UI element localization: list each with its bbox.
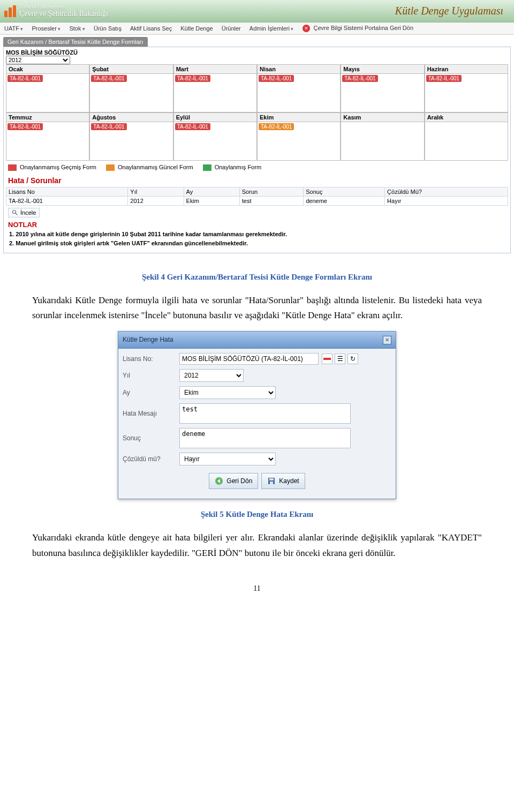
kaydet-button[interactable]: Kaydet — [261, 473, 305, 489]
cell: Hayır — [385, 197, 508, 206]
company-name: MOS BİLİŞİM SÖĞÜTÖZÜ — [6, 49, 508, 56]
license-badge[interactable]: TA-82-İL-001 — [342, 75, 377, 82]
menu-aktif-lisans[interactable]: Aktif Lisans Seç — [130, 25, 172, 32]
year-select[interactable]: 2012 — [6, 56, 70, 64]
license-badge[interactable]: TA-82-İL-001 — [175, 75, 210, 82]
lisans-field[interactable] — [179, 353, 319, 365]
svg-line-1 — [16, 213, 18, 215]
logo-icon — [4, 5, 16, 17]
note-1: 1. 2010 yılına ait kütle denge girişleri… — [9, 230, 505, 239]
menu-kutle-denge[interactable]: Kütle Denge — [180, 25, 213, 32]
ay-select[interactable]: Ekim — [179, 386, 276, 399]
month-cell[interactable]: EkimTA-82-İL-001 — [257, 112, 341, 161]
cozuldu-select[interactable]: Hayır — [179, 453, 276, 465]
cell: deneme — [304, 197, 385, 206]
note-2: 2. Manuel girilmiş stok girişleri artık … — [9, 239, 505, 248]
dialog-close-button[interactable]: ✕ — [383, 336, 391, 344]
month-cell[interactable]: HaziranTA-82-İL-001 — [425, 64, 508, 112]
yil-select[interactable]: 2012 — [179, 369, 244, 382]
cell: 2012 — [128, 197, 184, 206]
month-header: Ağustos — [90, 113, 172, 122]
legend-red: Onaylanmamış Geçmiş Form — [8, 164, 96, 171]
month-header: Mart — [174, 65, 256, 74]
kutle-denge-hata-dialog: Kütle Denge Hata ✕ Lisans No: ☰ ↻ — [118, 331, 396, 499]
month-header: Şubat — [90, 65, 172, 74]
month-cell[interactable]: AğustosTA-82-İL-001 — [89, 112, 173, 161]
month-cell[interactable]: Kasım — [341, 112, 424, 161]
menu-prosesler[interactable]: Prosesler — [32, 25, 61, 32]
header-title-text: Çevre ve Şehircilik Bakanlığı — [19, 10, 108, 18]
month-cell[interactable]: ŞubatTA-82-İL-001 — [89, 64, 173, 112]
col-header: Çözüldü Mü? — [385, 187, 508, 197]
license-badge[interactable]: TA-82-İL-001 — [7, 123, 43, 130]
menu-uatf[interactable]: UATF — [4, 25, 23, 32]
license-badge[interactable]: TA-82-İL-001 — [175, 123, 210, 130]
license-badge[interactable]: TA-82-İL-001 — [91, 75, 126, 82]
label-cozuldu: Çözüldü mü? — [123, 454, 176, 464]
label-hata: Hata Mesajı — [123, 408, 176, 419]
hata-sorunlar-title: Hata / Sorunlar — [6, 174, 508, 187]
hata-mesaji-field[interactable]: test — [179, 403, 351, 424]
save-icon — [267, 477, 276, 485]
license-badge[interactable]: TA-82-İL-001 — [259, 75, 294, 82]
app-header: Türkiye Cumhuriyeti Çevre ve Şehircilik … — [0, 0, 514, 22]
month-grid: OcakTA-82-İL-001ŞubatTA-82-İL-001MartTA-… — [6, 64, 508, 161]
month-header: Aralık — [425, 113, 508, 122]
menu-stok[interactable]: Stok — [69, 25, 85, 32]
geri-don-button[interactable]: Geri Dön — [209, 473, 258, 489]
license-badge[interactable]: TA-82-İL-001 — [91, 123, 126, 130]
paragraph-2: Yukarıdaki ekranda kütle dengeye ait hat… — [32, 530, 482, 561]
menu-urun-satis[interactable]: Ürün Satış — [94, 25, 122, 32]
month-header: Mayıs — [341, 65, 424, 74]
dialog-titlebar: Kütle Denge Hata ✕ — [118, 332, 396, 348]
label-yil: Yıl — [123, 370, 176, 381]
month-header: Ocak — [6, 65, 89, 74]
search-icon — [12, 209, 18, 216]
license-badge[interactable]: TA-82-İL-001 — [7, 75, 43, 82]
svg-rect-4 — [269, 478, 274, 480]
dialog-title-text: Kütle Denge Hata — [123, 334, 173, 345]
legend-orange: Onaylanmamış Güncel Form — [106, 164, 193, 171]
menu-urunler[interactable]: Ürünler — [222, 25, 241, 32]
main-panel: MOS BİLİŞİM SÖĞÜTÖZÜ 2012 OcakTA-82-İL-0… — [3, 47, 511, 253]
paragraph-1: Yukarıdaki Kütle Denge formuyla ilgili h… — [32, 293, 482, 324]
menu-admin[interactable]: Admin İşlemleri — [250, 25, 294, 32]
month-cell[interactable]: NisanTA-82-İL-001 — [257, 64, 341, 112]
breadcrumb: Geri Kazanım / Bertaraf Tesisi Kütle Den… — [3, 37, 148, 47]
table-row[interactable]: TA-82-İL-0012012EkimtestdenemeHayır — [6, 197, 508, 206]
month-header: Kasım — [341, 113, 424, 122]
label-lisans: Lisans No: — [123, 354, 176, 364]
col-header: Sonuç — [304, 187, 385, 197]
remove-icon[interactable] — [322, 354, 332, 364]
sonuc-field[interactable]: deneme — [179, 428, 351, 448]
caption-fig4: Şekil 4 Geri Kazanım/Bertaraf Tesisi Küt… — [32, 270, 482, 284]
month-cell[interactable]: EylülTA-82-İL-001 — [173, 112, 257, 161]
legend-green: Onaylanmış Form — [203, 164, 261, 171]
col-header: Ay — [184, 187, 239, 197]
col-header: Yıl — [128, 187, 184, 197]
menu-bar: UATF Prosesler Stok Ürün Satış Aktif Lis… — [0, 22, 514, 35]
hata-table: Lisans NoYılAySorunSonuçÇözüldü Mü? TA-8… — [6, 187, 508, 206]
incele-button[interactable]: İncele — [8, 208, 40, 217]
refresh-icon[interactable]: ↻ — [347, 354, 358, 364]
month-header: Ekim — [258, 113, 340, 122]
menu-portal-back[interactable]: ✕ Çevre Bilgi Sistemi Portalına Geri Dön — [303, 25, 414, 32]
license-badge[interactable]: TA-82-İL-001 — [426, 75, 462, 82]
app-name: Kütle Denge Uygulaması — [395, 5, 503, 17]
notlar-title: NOTLAR — [6, 220, 508, 230]
month-header: Nisan — [258, 65, 340, 74]
month-cell[interactable]: MartTA-82-İL-001 — [173, 64, 257, 112]
lookup-icon[interactable]: ☰ — [335, 354, 345, 364]
month-cell[interactable]: TemmuzTA-82-İL-001 — [6, 112, 89, 161]
month-header: Eylül — [174, 113, 256, 122]
col-header: Sorun — [239, 187, 303, 197]
document-body: Şekil 4 Geri Kazanım/Bertaraf Tesisi Küt… — [0, 257, 514, 616]
cell: TA-82-İL-001 — [6, 197, 128, 206]
month-cell[interactable]: Aralık — [425, 112, 508, 161]
month-cell[interactable]: MayısTA-82-İL-001 — [341, 64, 424, 112]
license-badge[interactable]: TA-82-İL-001 — [259, 123, 294, 130]
close-icon: ✕ — [303, 25, 310, 32]
month-cell[interactable]: OcakTA-82-İL-001 — [6, 64, 89, 112]
svg-rect-5 — [270, 482, 273, 484]
back-icon — [215, 477, 223, 485]
